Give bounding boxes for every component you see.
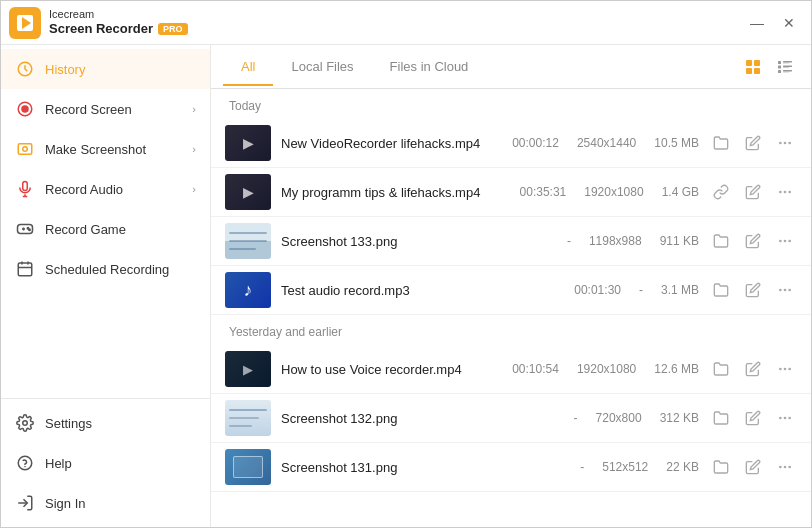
sidebar-item-history[interactable]: History	[1, 49, 210, 89]
scheduled-icon	[15, 259, 35, 279]
file-info: Screenshot 132.png	[281, 411, 564, 426]
more-button[interactable]	[773, 131, 797, 155]
open-folder-button[interactable]	[709, 278, 733, 302]
more-button[interactable]	[773, 455, 797, 479]
table-row[interactable]: Screenshot 132.png - 720x800 312 KB	[211, 394, 811, 443]
settings-icon	[15, 413, 35, 433]
sidebar-label-scheduled: Scheduled Recording	[45, 262, 196, 277]
svg-point-38	[784, 191, 787, 194]
svg-rect-13	[18, 263, 32, 276]
file-resolution: 1920x1080	[584, 185, 643, 199]
more-button[interactable]	[773, 357, 797, 381]
svg-point-35	[784, 142, 787, 145]
open-folder-button[interactable]	[709, 357, 733, 381]
table-row[interactable]: New VideoRecorder lifehacks.mp4 00:00:12…	[211, 119, 811, 168]
view-toggles	[739, 53, 799, 81]
svg-rect-5	[23, 182, 28, 191]
file-info: How to use Voice recorder.mp4	[281, 362, 502, 377]
open-folder-button[interactable]	[709, 180, 733, 204]
tab-files-in-cloud[interactable]: Files in Cloud	[372, 49, 487, 86]
table-row[interactable]: Screenshot 131.png - 512x512 22 KB	[211, 443, 811, 492]
open-folder-button[interactable]	[709, 455, 733, 479]
tab-all[interactable]: All	[223, 49, 273, 86]
file-size: 12.6 MB	[654, 362, 699, 376]
table-row[interactable]: ▶ How to use Voice recorder.mp4 00:10:54…	[211, 345, 811, 394]
svg-point-40	[779, 240, 782, 243]
pro-badge: PRO	[158, 23, 188, 36]
file-list: Today New VideoRecorder lifehacks.mp4 00…	[211, 89, 811, 527]
more-button[interactable]	[773, 406, 797, 430]
list-view-button[interactable]	[771, 53, 799, 81]
open-folder-button[interactable]	[709, 229, 733, 253]
file-thumbnail: ▶	[225, 351, 271, 387]
svg-point-50	[784, 417, 787, 420]
edit-button[interactable]	[741, 357, 765, 381]
sidebar-item-make-screenshot[interactable]: Make Screenshot ›	[1, 129, 210, 169]
minimize-button[interactable]: —	[745, 11, 769, 35]
svg-rect-31	[778, 70, 781, 73]
edit-button[interactable]	[741, 406, 765, 430]
titlebar: Icecream Screen Recorder PRO — ✕	[1, 1, 811, 45]
file-name: New VideoRecorder lifehacks.mp4	[281, 136, 502, 151]
file-meta: - 720x800 312 KB	[574, 411, 699, 425]
file-info: My programm tips & lifehacks.mp4	[281, 185, 510, 200]
main-layout: History Record Screen › Make Screenshot …	[1, 45, 811, 527]
more-button[interactable]	[773, 229, 797, 253]
svg-point-47	[784, 368, 787, 371]
more-button[interactable]	[773, 278, 797, 302]
more-button[interactable]	[773, 180, 797, 204]
file-name: Test audio record.mp3	[281, 283, 564, 298]
file-resolution: 2540x1440	[577, 136, 636, 150]
section-today: Today	[211, 89, 811, 119]
app-name-bottom: Screen Recorder PRO	[49, 21, 188, 37]
close-button[interactable]: ✕	[777, 11, 801, 35]
file-info: Screenshot 133.png	[281, 234, 557, 249]
svg-point-19	[25, 466, 26, 467]
sidebar-label-history: History	[45, 62, 196, 77]
app-name-top: Icecream	[49, 8, 188, 21]
sidebar-item-signin[interactable]: Sign In	[1, 483, 210, 523]
file-actions	[709, 229, 797, 253]
file-resolution: 1198x988	[589, 234, 642, 248]
table-row[interactable]: Screenshot 133.png - 1198x988 911 KB	[211, 217, 811, 266]
svg-point-36	[788, 142, 791, 145]
edit-button[interactable]	[741, 131, 765, 155]
file-duration: -	[574, 411, 578, 425]
file-duration: 00:01:30	[574, 283, 621, 297]
file-actions	[709, 180, 797, 204]
tab-local-files[interactable]: Local Files	[273, 49, 371, 86]
open-folder-button[interactable]	[709, 406, 733, 430]
sidebar-label-screenshot: Make Screenshot	[45, 142, 182, 157]
sidebar-label-game: Record Game	[45, 222, 196, 237]
svg-rect-3	[18, 144, 32, 155]
sidebar-item-record-screen[interactable]: Record Screen ›	[1, 89, 210, 129]
svg-point-51	[788, 417, 791, 420]
svg-rect-26	[783, 61, 792, 63]
sidebar-item-settings[interactable]: Settings	[1, 403, 210, 443]
file-duration: -	[567, 234, 571, 248]
edit-button[interactable]	[741, 229, 765, 253]
section-yesterday: Yesterday and earlier	[211, 315, 811, 345]
open-folder-button[interactable]	[709, 131, 733, 155]
svg-point-53	[784, 466, 787, 469]
table-row[interactable]: Test audio record.mp3 00:01:30 - 3.1 MB	[211, 266, 811, 315]
sidebar-item-help[interactable]: Help	[1, 443, 210, 483]
sidebar-item-record-game[interactable]: Record Game	[1, 209, 210, 249]
file-meta: - 512x512 22 KB	[580, 460, 699, 474]
tabs-bar: All Local Files Files in Cloud	[211, 45, 811, 89]
svg-point-18	[18, 456, 32, 470]
file-size: 22 KB	[666, 460, 699, 474]
file-resolution: -	[639, 283, 643, 297]
file-info: Screenshot 131.png	[281, 460, 570, 475]
table-row[interactable]: My programm tips & lifehacks.mp4 00:35:3…	[211, 168, 811, 217]
edit-button[interactable]	[741, 180, 765, 204]
sidebar-item-record-audio[interactable]: Record Audio ›	[1, 169, 210, 209]
edit-button[interactable]	[741, 278, 765, 302]
record-audio-icon	[15, 179, 35, 199]
file-duration: -	[580, 460, 584, 474]
help-icon	[15, 453, 35, 473]
svg-point-44	[784, 289, 787, 292]
sidebar-item-scheduled[interactable]: Scheduled Recording	[1, 249, 210, 289]
grid-view-button[interactable]	[739, 53, 767, 81]
edit-button[interactable]	[741, 455, 765, 479]
